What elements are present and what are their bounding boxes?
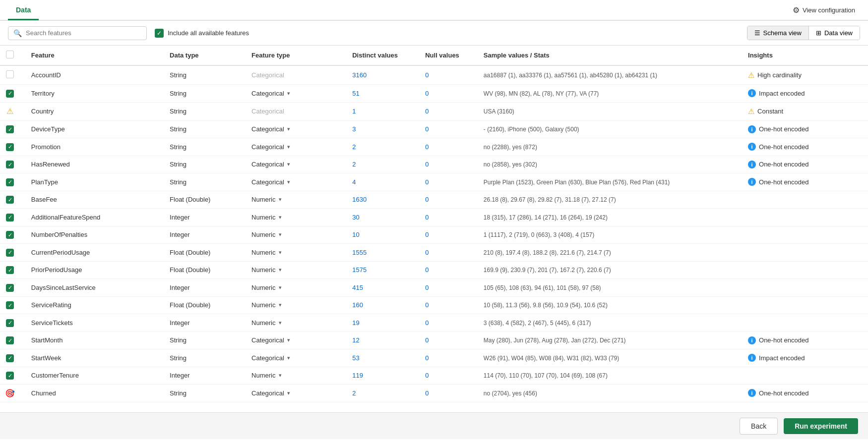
cell-sample: 26.18 (8), 29.67 (8), 29.82 (7), 31.18 (… <box>478 191 742 209</box>
chevron-down-icon[interactable]: ▾ <box>279 320 282 326</box>
row-checkbox[interactable] <box>6 70 14 78</box>
cell-featuretype: Categorical ▾ <box>246 349 346 367</box>
chevron-down-icon[interactable]: ▾ <box>279 284 282 291</box>
cell-checkbox: ✓ <box>0 209 25 226</box>
chevron-down-icon[interactable]: ▾ <box>287 90 290 97</box>
cell-distinct: 2 <box>346 156 419 173</box>
feature-type-cell: Categorical ▾ <box>251 389 340 397</box>
row-checkbox[interactable]: ✓ <box>6 125 14 133</box>
chevron-down-icon[interactable]: ▾ <box>279 249 282 256</box>
row-checkbox[interactable]: 🎯 <box>6 389 14 397</box>
insight-label: One-hot encoded <box>759 336 808 344</box>
chevron-down-icon[interactable]: ▾ <box>279 214 282 220</box>
feature-type-text: Categorical <box>251 125 284 133</box>
search-input[interactable] <box>26 29 141 37</box>
feature-type-text: Numeric <box>251 266 275 274</box>
cell-sample: May (280), Jun (278), Aug (278), Jan (27… <box>478 331 742 349</box>
cell-datatype: String <box>164 120 246 138</box>
table-row: ✓ AdditionalFeatureSpend Integer Numeric… <box>0 209 868 226</box>
chevron-down-icon[interactable]: ▾ <box>279 302 282 308</box>
feature-type-text: Numeric <box>251 231 275 238</box>
chevron-down-icon[interactable]: ▾ <box>287 390 290 396</box>
col-header-feature: Feature <box>25 46 164 65</box>
cell-featuretype: Categorical ▾ <box>246 138 346 156</box>
cell-datatype: String <box>164 173 246 191</box>
row-checkbox[interactable]: ✓ <box>6 249 14 257</box>
chevron-down-icon[interactable]: ▾ <box>287 355 290 361</box>
chevron-down-icon[interactable]: ▾ <box>279 196 282 203</box>
row-checkbox[interactable]: ✓ <box>6 336 14 344</box>
cell-insights: ⚠ Constant <box>742 102 868 120</box>
chevron-down-icon[interactable]: ▾ <box>287 161 290 167</box>
chevron-down-icon[interactable]: ▾ <box>287 337 290 343</box>
cell-checkbox: ✓ <box>0 120 25 138</box>
row-checkbox[interactable]: ✓ <box>6 178 14 186</box>
row-checkbox[interactable]: ✓ <box>6 143 14 151</box>
feature-type-text: Categorical <box>251 354 284 362</box>
table-row: ✓ NumberOfPenalties Integer Numeric ▾ 10… <box>0 226 868 244</box>
include-all-checkbox[interactable]: ✓ <box>155 29 164 38</box>
table-row: ✓ BaseFee Float (Double) Numeric ▾ 1630 … <box>0 191 868 209</box>
chevron-down-icon[interactable]: ▾ <box>287 179 290 185</box>
insight-label: Impact encoded <box>759 354 805 362</box>
features-table-container: Feature Data type Feature type Distinct … <box>0 46 868 412</box>
run-experiment-button[interactable]: Run experiment <box>784 418 858 434</box>
cell-datatype: Float (Double) <box>164 296 246 314</box>
header-checkbox[interactable] <box>6 51 14 58</box>
tab-data[interactable]: Data <box>8 1 39 20</box>
feature-type-text: Numeric <box>251 196 275 203</box>
cell-sample: 114 (70), 110 (70), 107 (70), 104 (69), … <box>478 367 742 385</box>
cell-featuretype: Categorical ▾ <box>246 331 346 349</box>
cell-sample: 3 (638), 4 (582), 2 (467), 5 (445), 6 (3… <box>478 314 742 332</box>
row-checkbox[interactable]: ✓ <box>6 214 14 221</box>
table-row: ✓ ServiceRating Float (Double) Numeric ▾… <box>0 296 868 314</box>
feature-type-cell: Categorical ▾ <box>251 178 340 186</box>
cell-distinct: 12 <box>346 331 419 349</box>
cell-checkbox: ✓ <box>0 156 25 173</box>
col-header-insights: Insights <box>742 46 868 65</box>
cell-featuretype: Categorical ▾ <box>246 120 346 138</box>
view-config-button[interactable]: ⚙ View configuration <box>788 2 860 18</box>
cell-null: 0 <box>419 349 478 367</box>
cell-checkbox: ✓ <box>0 173 25 191</box>
app-container: Data ⚙ View configuration 🔍 ✓ Include al… <box>0 0 868 441</box>
insight-badge: i Impact encoded <box>748 354 862 362</box>
data-view-button[interactable]: ⊞ Data view <box>809 26 860 40</box>
chevron-down-icon[interactable]: ▾ <box>279 372 282 379</box>
chevron-down-icon[interactable]: ▾ <box>279 267 282 273</box>
back-button[interactable]: Back <box>740 418 778 435</box>
cell-checkbox <box>0 65 25 85</box>
feature-type-text: Numeric <box>251 301 275 309</box>
row-checkbox[interactable]: ✓ <box>6 354 14 362</box>
feature-type-cell: Categorical ▾ <box>251 90 340 97</box>
feature-type-text: Categorical <box>251 178 284 186</box>
cell-datatype: Float (Double) <box>164 244 246 262</box>
row-checkbox[interactable]: ✓ <box>6 161 14 168</box>
cell-feature: BaseFee <box>25 191 164 209</box>
row-checkbox[interactable]: ✓ <box>6 266 14 274</box>
row-checkbox[interactable]: ✓ <box>6 319 14 327</box>
cell-feature: Territory <box>25 85 164 103</box>
row-checkbox[interactable]: ✓ <box>6 301 14 309</box>
cell-insights <box>742 244 868 262</box>
cell-featuretype: Numeric ▾ <box>246 261 346 279</box>
chevron-down-icon[interactable]: ▾ <box>279 231 282 238</box>
cell-distinct: 51 <box>346 85 419 103</box>
cell-featuretype: Categorical ▾ <box>246 156 346 173</box>
row-checkbox[interactable]: ✓ <box>6 196 14 204</box>
row-checkbox[interactable]: ⚠ <box>6 107 14 115</box>
cell-insights <box>742 209 868 226</box>
cell-datatype: Integer <box>164 226 246 244</box>
cell-feature: AdditionalFeatureSpend <box>25 209 164 226</box>
cell-insights: i One-hot encoded <box>742 331 868 349</box>
chevron-down-icon[interactable]: ▾ <box>287 144 290 150</box>
row-checkbox[interactable]: ✓ <box>6 231 14 239</box>
chevron-down-icon[interactable]: ▾ <box>287 126 290 132</box>
table-row: AccountID String Categorical 3160 0 aa16… <box>0 65 868 85</box>
schema-view-button[interactable]: ☰ Schema view <box>747 26 809 40</box>
row-checkbox[interactable]: ✓ <box>6 372 14 380</box>
cell-sample: 105 (65), 108 (63), 94 (61), 101 (58), 9… <box>478 279 742 297</box>
row-checkbox[interactable]: ✓ <box>6 90 14 98</box>
row-checkbox[interactable]: ✓ <box>6 284 14 292</box>
table-row: ⚠ Country String Categorical 1 0 USA (31… <box>0 102 868 120</box>
